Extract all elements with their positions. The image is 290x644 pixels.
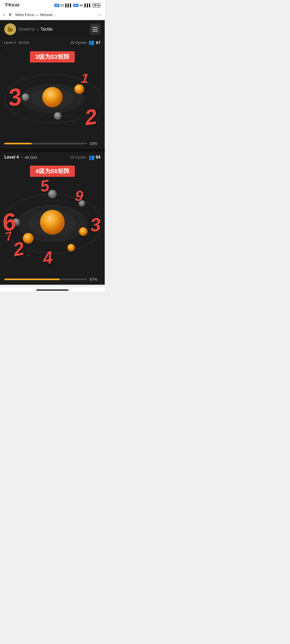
level-4-card[interactable]: Level 4 • 40 DAI 10 Cycles 👥 64: [0, 152, 105, 285]
hd-badge-2: HD: [73, 4, 78, 7]
level-3-orbit: 3级为S3矩阵 3 1 2: [0, 47, 105, 139]
progress-label-4: 67%: [90, 277, 100, 281]
browser-more-button[interactable]: ···: [97, 12, 102, 18]
level-4-dot: •: [21, 155, 23, 160]
progress-fill-3: [4, 143, 32, 144]
breadcrumb: Systems › Tactile: [18, 27, 88, 32]
menu-button[interactable]: [90, 24, 100, 35]
home-indicator: [0, 287, 105, 292]
level-4-cycles: 10 Cycles: [70, 155, 86, 159]
partial-level-info: Level 3 · 20 DAI: [4, 41, 29, 45]
level-3-progress: 33%: [0, 139, 105, 149]
content-area: Level 3 · 20 DAI 22 Cycles 👥 67: [0, 38, 105, 285]
logo-icon: [6, 25, 15, 34]
battery-percent: 79: [93, 4, 96, 7]
level-4-member-count: 64: [96, 155, 100, 160]
hd-badge: HD: [54, 4, 59, 7]
home-bar: [36, 290, 68, 291]
browser-close-button[interactable]: ✕: [8, 12, 12, 18]
browser-bar: ‹ ✕ Meta Force — Metave... ···: [0, 10, 105, 20]
progress-track-4: [4, 279, 87, 280]
partial-cycles-text: 22 Cycles: [71, 41, 87, 45]
breadcrumb-separator: ›: [37, 27, 38, 32]
svg-point-1: [9, 27, 9, 28]
progress-track-3: [4, 143, 87, 144]
annotation-4-right: 3: [89, 215, 102, 235]
svg-point-21: [23, 233, 34, 244]
status-icons: HD 5G ▌▌▌ HD 4G ▌▌▌ 79 %: [54, 3, 100, 8]
svg-point-23: [67, 244, 75, 251]
battery-indicator: 79 %: [92, 3, 100, 8]
progress-fill-4: [4, 279, 60, 280]
matrix-label-4: 4级为S6矩阵: [30, 166, 75, 177]
svg-point-22: [79, 227, 88, 236]
partial-card-top: Level 3 · 20 DAI 22 Cycles 👥 67: [0, 38, 105, 47]
partial-level-text: Level 3 · 20 DAI: [4, 41, 29, 45]
matrix-label-3: 3级为S3矩阵: [30, 51, 75, 63]
svg-point-9: [42, 87, 63, 107]
level-4-members: 👥 64: [89, 154, 100, 160]
breadcrumb-current: Tactile: [41, 27, 53, 32]
menu-line-1: [92, 27, 98, 28]
svg-point-11: [22, 93, 29, 101]
signal-5g: 5G: [60, 4, 64, 7]
svg-point-20: [40, 210, 65, 235]
level-4-right: 10 Cycles 👥 64: [70, 154, 100, 160]
browser-back-button[interactable]: ‹: [3, 12, 5, 18]
level-4-progress: 67%: [0, 275, 105, 285]
menu-line-3: [92, 31, 98, 31]
signal-bars-1: ▌▌▌: [65, 3, 72, 7]
svg-point-12: [54, 112, 61, 120]
status-bar: 下午3:03 HD 5G ▌▌▌ HD 4G ▌▌▌ 79 %: [0, 0, 105, 10]
partial-member-icon: 👥: [88, 39, 94, 45]
annotation-4-top-right-num: 9: [74, 188, 84, 204]
level-4-member-icon: 👥: [89, 154, 95, 160]
site-logo: [4, 23, 16, 35]
status-time: 下午3:03: [4, 3, 19, 8]
level-3-card[interactable]: 3级为S3矩阵 3 1 2 33%: [0, 47, 105, 149]
partial-member-count: 67: [96, 40, 100, 45]
level-4-title: Level 4: [4, 155, 19, 160]
partial-cycles-members: 22 Cycles 👥 67: [71, 39, 100, 45]
nav-bar: Systems › Tactile: [0, 20, 105, 38]
browser-url: Meta Force — Metave...: [15, 13, 94, 17]
progress-label-3: 33%: [90, 141, 100, 146]
breadcrumb-parent[interactable]: Systems: [18, 27, 35, 32]
level-4-dai: 40 DAI: [25, 155, 37, 160]
menu-line-2: [92, 29, 98, 30]
level-4-title-group: Level 4 • 40 DAI: [4, 155, 37, 160]
signal-bars-2: ▌▌▌: [84, 3, 91, 7]
signal-4g: 4G: [79, 4, 84, 7]
level-4-header: Level 4 • 40 DAI 10 Cycles 👥 64: [0, 152, 105, 162]
level-4-orbit: 4级为S6矩阵 5 6 9 3 2 4 7: [0, 162, 105, 275]
annotation-3-top-right: 1: [81, 71, 89, 85]
